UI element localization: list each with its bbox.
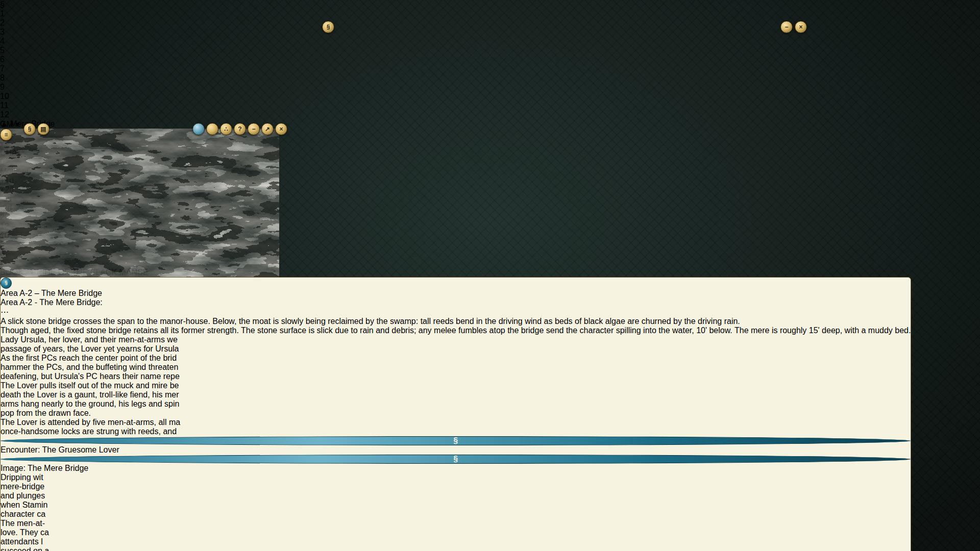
paragraph: The Lover pulls itself out of the muck a… [1,381,911,418]
readaloud-box: A slick stone bridge crosses the span to… [1,317,911,326]
readaloud-icon: ⋯ [1,307,911,317]
hotkey-slot[interactable]: 3 [0,28,980,37]
hotkey-slot[interactable]: 10 [0,92,980,101]
shortcuts-icon[interactable]: ▤ [37,123,50,135]
encounter-link[interactable]: § Encounter: The Gruesome Lover [1,436,911,455]
lock-icon[interactable] [206,123,218,135]
close-icon[interactable]: × [275,123,287,135]
hotkey-bar: 1 2 3 4 5 6 7 8 9 10 11 12 [0,9,980,119]
zoom-icon[interactable] [192,123,205,135]
share-icon[interactable]: ∴ [220,123,232,135]
hotkey-slot[interactable]: 1 [0,9,980,18]
story-content: § Area A-2 – The Mere Bridge Area A-2 - … [0,277,911,551]
paragraph: The Lover is attended by five men-at-arm… [1,418,911,436]
book-minimize-icon[interactable]: − [780,21,793,33]
book-window[interactable] [0,268,1,269]
covered-paragraphs: Dripping witmere-bridgeand plungeswhen S… [1,473,911,551]
story-title-row: § Area A-2 – The Mere Bridge [1,278,911,298]
resize-icon[interactable]: ↗ [261,123,274,135]
story-link-icon[interactable]: § [1,278,12,289]
paragraph: Lady Ursula, her lover, and their men-at… [1,335,911,354]
book-close-icon[interactable]: × [795,21,807,33]
hotkey-slot[interactable]: 12 [0,110,980,119]
hotkey-slot[interactable]: 8 [0,73,980,83]
paragraph: Though aged, the fixed stone bridge reta… [1,326,911,335]
help-icon[interactable]: ? [234,123,246,135]
hotkey-slot[interactable]: 7 [0,64,980,73]
link-icon: § [1,455,911,464]
image-link[interactable]: § Image: The Mere Bridge [1,455,911,473]
image-menu-icon[interactable]: ≡ [0,129,12,141]
hotkey-slot[interactable]: 6 [0,55,980,64]
hotkey-slot[interactable]: 9 [0,83,980,92]
radial-menu-icon[interactable]: § [23,123,36,135]
story-title: Area A-2 – The Mere Bridge [1,289,102,297]
fantasy-grounds-desktop: § 1 2 3 4 5 6 7 8 9 10 11 12 § [0,0,980,551]
picture-icon: ▲ [0,119,8,128]
hotkey-slot[interactable]: 4 [0,37,980,46]
hotkey-slot[interactable]: 5 [0,46,980,55]
minimize-icon[interactable]: − [248,123,260,135]
hotkey-slot[interactable]: 2 [0,18,980,28]
story-heading: Area A-2 - The Mere Bridge: [1,298,911,307]
hotkey-slot[interactable]: 11 [0,101,980,110]
paragraph: As the first PCs reach the center point … [1,354,911,381]
link-icon: § [1,436,911,445]
radial-menu-dock-tab[interactable]: § [0,0,980,9]
book-radial-menu-icon[interactable]: § [322,21,334,33]
